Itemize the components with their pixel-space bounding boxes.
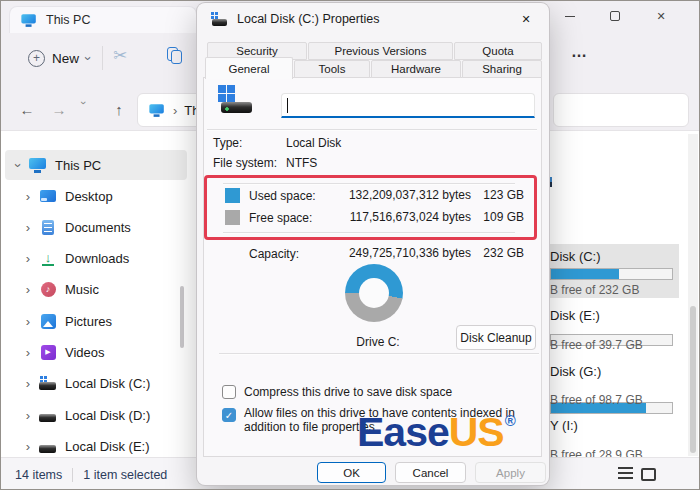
cut-icon[interactable] [113,45,127,66]
sidebar-item-videos[interactable]: Videos [5,337,187,367]
chevron-right-icon[interactable] [21,282,35,297]
new-button-label: New [52,51,79,66]
drive-free-text: B free of 39.7 GB [550,338,643,352]
divider [207,129,537,130]
drive-icon [39,408,57,423]
tab-general[interactable]: General [205,57,293,79]
new-button[interactable]: New [17,41,101,75]
sidebar-item-label: Desktop [65,189,113,204]
tab-quota[interactable]: Quota [454,42,542,60]
disk-usage-donut-chart [345,264,403,322]
drive-windows-icon [211,12,228,26]
sidebar-item-label: Local Disk (D:) [65,408,150,423]
properties-dialog: Local Disk (C:) Properties Security Prev… [197,3,549,485]
volume-label-input[interactable] [281,93,535,118]
download-icon [41,250,55,266]
sidebar-item-label: Downloads [65,251,129,266]
minimize-button[interactable] [547,1,593,31]
sidebar-item-label: Music [65,282,99,297]
drive-caption: Drive C: [317,334,439,350]
capacity-size: 232 GB [444,246,524,260]
sidebar-item-label: Videos [65,345,105,360]
drive-windows-icon [39,376,57,391]
copy-icon[interactable] [167,47,184,65]
drive-tile-label[interactable]: Disk (E:) [550,308,600,323]
donut-hole [359,278,389,308]
divider [219,353,539,354]
tab-sharing[interactable]: Sharing [462,60,542,78]
compress-checkbox-label[interactable]: Compress this drive to save disk space [244,385,544,399]
status-divider [72,468,73,482]
apply-button[interactable]: Apply [475,462,546,483]
back-button[interactable] [13,95,41,123]
sidebar-scrollbar[interactable] [180,286,184,348]
sidebar-item-label: Pictures [65,314,112,329]
chevron-right-icon[interactable] [21,439,35,454]
desktop-icon [40,190,56,202]
chevron-right-icon[interactable] [21,251,35,266]
up-button[interactable] [105,95,133,123]
disk-cleanup-button[interactable]: Disk Cleanup [456,325,536,350]
chevron-right-icon[interactable] [21,220,35,235]
sidebar-item-desktop[interactable]: Desktop [5,181,187,211]
explorer-window: This PC New … This This PC Desktop [0,0,700,490]
sidebar-item-pictures[interactable]: Pictures [5,306,187,336]
scrollbar-thumb[interactable] [690,306,696,453]
window-close-button[interactable] [638,1,684,31]
tab-previous-versions[interactable]: Previous Versions [308,42,453,60]
compress-checkbox[interactable] [222,385,236,399]
items-count: 14 items [15,468,62,482]
sidebar-item-downloads[interactable]: Downloads [5,243,187,273]
dialog-close-button[interactable] [509,7,543,31]
videos-icon [41,345,56,360]
sidebar-item-label: This PC [55,158,101,173]
sidebar-item-music[interactable]: Music [5,274,187,304]
dialog-title: Local Disk (C:) Properties [237,12,379,26]
easeus-watermark: EaseUS® [357,409,516,456]
tab-tools[interactable]: Tools [294,60,370,78]
index-checkbox[interactable] [222,408,236,422]
chevron-right-icon[interactable] [21,314,35,329]
tab-hardware[interactable]: Hardware [371,60,461,78]
maximize-button[interactable] [592,1,638,31]
chevron-right-icon[interactable] [21,408,35,423]
drive-tile-label[interactable]: Disk (G:) [550,364,601,379]
breadcrumb-chevron-icon [173,103,177,118]
cancel-button[interactable]: Cancel [395,462,466,483]
sidebar-item-documents[interactable]: Documents [5,212,187,242]
document-icon [42,220,54,235]
file-system-label: File system: [213,155,277,171]
chevron-right-icon[interactable] [21,345,35,360]
drive-tile-label[interactable]: Y (I:) [550,418,578,433]
chevron-right-icon[interactable] [21,376,35,391]
recent-locations-chevron-icon[interactable] [74,101,90,115]
monitor-icon [149,104,164,117]
registered-mark: ® [505,412,516,429]
text-caret [287,98,288,113]
file-system-value: NTFS [286,155,317,171]
forward-button[interactable] [45,95,73,123]
see-more-button[interactable]: … [571,43,588,61]
maximize-icon [610,11,620,21]
sidebar-item-local-disk-c[interactable]: Local Disk (C:) [5,368,187,398]
chevron-down-icon[interactable] [11,158,26,172]
drive-free-text: B free of 98.7 GB [550,393,643,407]
thumbnail-view-toggle[interactable] [641,468,656,481]
toolbar-divider [102,46,103,70]
drive-tile-label[interactable]: Disk (C:) [550,249,601,264]
explorer-tab-title: This PC [46,13,90,27]
chevron-down-icon [81,56,96,60]
explorer-tab-this-pc[interactable]: This PC [9,6,197,33]
chevron-right-icon[interactable] [21,189,35,204]
sidebar-item-local-disk-d[interactable]: Local Disk (D:) [5,400,187,430]
thumbnail-view-icon [641,468,656,481]
search-input[interactable] [553,93,689,127]
watermark-us: US [449,409,504,455]
monitor-icon [21,14,36,27]
sidebar-item-this-pc[interactable]: This PC [5,150,187,180]
type-label: Type: [213,135,242,151]
details-view-toggle[interactable] [618,467,633,481]
drive-icon [39,439,57,454]
dialog-titlebar: Local Disk (C:) Properties [197,3,549,35]
ok-button[interactable]: OK [317,462,386,483]
